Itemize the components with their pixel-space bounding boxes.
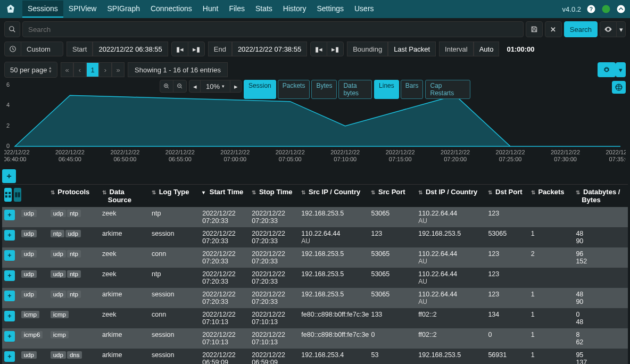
expand-icon[interactable]: + xyxy=(4,291,15,301)
col-src-port[interactable]: ⇅ Src Port xyxy=(369,185,416,208)
col-dst-port[interactable]: ⇅ Dst Port xyxy=(486,185,528,208)
start-step-back[interactable]: ▮◂ xyxy=(171,42,188,56)
end-step-back[interactable]: ▮◂ xyxy=(310,42,327,56)
expand-icon[interactable]: + xyxy=(4,270,15,281)
col-log-type[interactable]: ⇅ Log Type xyxy=(150,185,200,208)
expand-icon[interactable]: + xyxy=(4,250,15,261)
chip-data-bytes[interactable]: Data bytes xyxy=(338,80,372,99)
version-label: v4.0.2 xyxy=(562,5,581,13)
table-row[interactable]: + udp ntpudp arkime session 2022/12/2207… xyxy=(2,227,628,247)
col-databytes-bytes[interactable]: ⇅ Databytes / Bytes xyxy=(574,185,628,208)
save-query-button[interactable] xyxy=(526,21,543,37)
time-range-select[interactable]: Custom xyxy=(21,42,63,56)
bounding-value[interactable]: Last Packet xyxy=(388,42,436,56)
zoom-prev[interactable]: ◂ xyxy=(189,80,201,93)
expand-icon[interactable]: + xyxy=(4,230,15,241)
svg-rect-45 xyxy=(5,192,7,194)
chip-bars[interactable]: Bars xyxy=(401,80,424,99)
expand-icon[interactable]: + xyxy=(4,311,15,321)
svg-text:2022/12/22: 2022/12/22 xyxy=(55,149,85,155)
nav-settings[interactable]: Settings xyxy=(311,1,349,18)
chip-session[interactable]: Session xyxy=(244,80,276,99)
nav-sessions[interactable]: Sessions xyxy=(22,1,63,18)
nav-connections[interactable]: Connections xyxy=(145,1,197,18)
table-row[interactable]: + udp udpntp zeek ntp 2022/12/2207:20:33… xyxy=(2,268,628,288)
eye-button[interactable] xyxy=(600,21,617,37)
settings-gear[interactable] xyxy=(598,62,616,77)
end-step-fwd[interactable]: ▸▮ xyxy=(327,42,344,56)
zoom-next[interactable]: ▸ xyxy=(230,80,242,93)
nav-files[interactable]: Files xyxy=(223,1,250,18)
chart-controls: ◂ 10%▾ ▸ SessionPacketsBytesData bytes L… xyxy=(160,80,470,99)
status-icon[interactable] xyxy=(601,4,611,14)
controls-row: 50 per page ▴▾ « ‹ 1 › » Showing 1 - 16 … xyxy=(0,60,630,80)
table-row[interactable]: + udp udpntp arkime session 2022/12/2207… xyxy=(2,288,628,308)
col-protocols[interactable]: ⇅ Protocols xyxy=(48,185,100,208)
chip-cap-restarts[interactable]: Cap Restarts xyxy=(425,80,470,99)
settings-dropdown[interactable]: ▾ xyxy=(616,62,626,77)
search-button[interactable]: Search xyxy=(564,21,598,37)
pager-last[interactable]: » xyxy=(112,62,125,77)
pager-next[interactable]: › xyxy=(99,62,112,77)
col-stop-time[interactable]: ⇅ Stop Time xyxy=(250,185,299,208)
entries-text: Showing 1 - 16 of 16 entries xyxy=(128,62,228,77)
nav-history[interactable]: History xyxy=(278,1,312,18)
add-icon[interactable] xyxy=(2,169,16,183)
table-row[interactable]: + udp udpntp zeek conn 2022/12/2207:20:3… xyxy=(2,247,628,268)
col-packets[interactable]: ⇅ Packets xyxy=(529,185,574,208)
svg-text:2022/12/22: 2022/12/22 xyxy=(386,149,415,155)
time-range-icon[interactable] xyxy=(4,42,21,56)
time-bar: Custom Start 2022/12/22 06:38:55 ▮◂ ▸▮ E… xyxy=(0,40,630,60)
col-src-ip-country[interactable]: ⇅ Src IP / Country xyxy=(299,185,369,208)
zoom-value[interactable]: 10%▾ xyxy=(200,80,230,93)
svg-text:2022/12/22: 2022/12/22 xyxy=(110,149,139,155)
search-icon[interactable] xyxy=(4,21,20,37)
expand-icon[interactable]: + xyxy=(4,331,15,342)
zoom-out-icon[interactable] xyxy=(173,80,187,93)
expand-icon[interactable]: + xyxy=(4,351,15,362)
interval-label: Interval xyxy=(439,42,474,56)
nav-spiview[interactable]: SPIView xyxy=(63,1,102,18)
table-row[interactable]: + icmp6 icmp arkime session 2022/12/2207… xyxy=(2,328,628,349)
table-wrap: ⇅ Protocols⇅ Data Source⇅ Log Type▾ Star… xyxy=(2,169,628,364)
col-data-source[interactable]: ⇅ Data Source xyxy=(100,185,150,208)
eye-dropdown[interactable]: ▾ xyxy=(616,21,626,37)
nav-stats[interactable]: Stats xyxy=(250,1,278,18)
collapse-icon[interactable] xyxy=(616,4,626,14)
svg-text:2022/12/22: 2022/12/22 xyxy=(496,149,525,155)
nav-hunt[interactable]: Hunt xyxy=(197,1,224,18)
zoom-in-icon[interactable] xyxy=(160,80,173,93)
pager-first[interactable]: « xyxy=(61,62,73,77)
nav-users[interactable]: Users xyxy=(349,1,379,18)
pager-page[interactable]: 1 xyxy=(86,62,99,77)
end-value[interactable]: 2022/12/22 07:38:55 xyxy=(232,42,307,56)
expand-icon[interactable]: + xyxy=(4,210,15,220)
svg-text:2022/12/22: 2022/12/22 xyxy=(276,149,305,155)
col-dst-ip-country[interactable]: ⇅ Dst IP / Country xyxy=(416,185,486,208)
search-input[interactable] xyxy=(22,21,524,37)
chip-lines[interactable]: Lines xyxy=(374,80,399,99)
nav-spigraph[interactable]: SPIGraph xyxy=(102,1,145,18)
search-bar: ✕ Search ▾ xyxy=(0,18,630,40)
svg-text:2022/12/22: 2022/12/22 xyxy=(606,149,626,155)
table-row[interactable]: + udp udpntp zeek ntp 2022/12/2207:20:33… xyxy=(2,207,628,227)
grid-icon[interactable] xyxy=(4,188,12,202)
table-row[interactable]: + udp udpdns arkime session 2022/12/2206… xyxy=(2,349,628,364)
interval-value[interactable]: Auto xyxy=(474,42,500,56)
chip-packets[interactable]: Packets xyxy=(278,80,310,99)
per-page-select[interactable]: 50 per page ▴▾ xyxy=(4,62,57,78)
svg-point-2 xyxy=(602,5,610,13)
start-step-fwd[interactable]: ▸▮ xyxy=(188,42,205,56)
col-start-time[interactable]: ▾ Start Time xyxy=(200,185,250,208)
table-row[interactable]: + icmp icmp zeek conn 2022/12/2207:10:13… xyxy=(2,308,628,328)
chip-bytes[interactable]: Bytes xyxy=(311,80,337,99)
svg-text:4: 4 xyxy=(6,102,10,108)
svg-text:06:45:00: 06:45:00 xyxy=(59,156,81,162)
start-value[interactable]: 2022/12/22 06:38:55 xyxy=(93,42,168,56)
help-icon[interactable]: ? xyxy=(586,4,596,14)
svg-text:06:50:00: 06:50:00 xyxy=(113,156,136,162)
clear-button[interactable]: ✕ xyxy=(545,21,562,37)
pager-prev[interactable]: ‹ xyxy=(73,62,86,77)
svg-text:07:25:00: 07:25:00 xyxy=(499,156,522,162)
columns-icon[interactable] xyxy=(14,188,21,202)
